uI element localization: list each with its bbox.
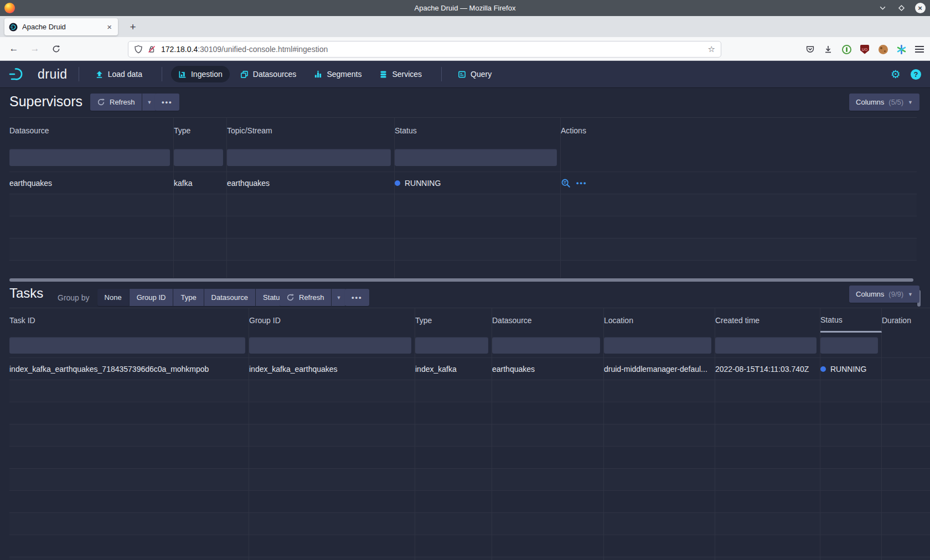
- nav-item-segments[interactable]: Segments: [307, 66, 369, 82]
- group-by-none-button[interactable]: None: [97, 289, 129, 306]
- query-console-icon: [458, 70, 466, 79]
- tasks-filter-datasource[interactable]: [492, 337, 600, 354]
- window-title: Apache Druid — Mozilla Firefox: [0, 4, 930, 12]
- header-group-id[interactable]: Group ID: [249, 308, 415, 333]
- forward-button: →: [27, 40, 43, 57]
- window-maximize-button[interactable]: [896, 3, 907, 14]
- cell-type: kafka: [174, 172, 227, 194]
- table-row: [9, 468, 930, 490]
- druid-navbar: druid Load data Ingestion Da: [0, 61, 930, 87]
- nav-separator: [79, 67, 79, 81]
- nav-item-label: Segments: [327, 70, 361, 79]
- tasks-filter-location[interactable]: [604, 337, 711, 354]
- header-datasource[interactable]: Datasource: [492, 308, 604, 333]
- table-row: [9, 557, 930, 560]
- url-host: 172.18.0.4: [161, 45, 198, 54]
- tasks-refresh-button[interactable]: Refresh: [280, 289, 331, 306]
- refresh-icon: [97, 98, 105, 106]
- supervisors-filter-topic-stream[interactable]: [227, 149, 391, 166]
- header-location[interactable]: Location: [604, 308, 715, 333]
- download-icon[interactable]: [823, 44, 833, 54]
- nav-separator: [162, 67, 162, 81]
- magnify-details-icon[interactable]: [561, 178, 571, 188]
- cell-location: druid-middlemanager-defaul...: [604, 358, 715, 380]
- group-by-type-button[interactable]: Type: [173, 289, 203, 306]
- nav-item-services[interactable]: Services: [372, 66, 429, 82]
- nav-item-label: Query: [471, 70, 492, 79]
- supervisor-row[interactable]: earthquakes kafka earthquakes RUNNING ••…: [9, 172, 917, 194]
- header-topic-stream[interactable]: Topic/Stream: [227, 118, 395, 143]
- nav-item-label: Services: [392, 70, 422, 79]
- browser-toolbar: ← → 172.18.0.4:30109/unified-console.htm…: [0, 37, 930, 61]
- tasks-filter-status[interactable]: [820, 337, 878, 354]
- header-task-id[interactable]: Task ID: [9, 308, 249, 333]
- header-created-time[interactable]: Created time: [715, 308, 820, 333]
- status-dot: [820, 366, 826, 372]
- table-row: [9, 216, 917, 238]
- cell-created-time: 2022-08-15T14:11:03.740Z: [715, 358, 820, 380]
- reload-button[interactable]: [48, 40, 64, 57]
- tasks-filter-type[interactable]: [415, 337, 488, 354]
- extension-icon-green[interactable]: [841, 44, 851, 54]
- window-close-button[interactable]: ×: [914, 3, 926, 14]
- gear-icon[interactable]: ⚙: [891, 69, 901, 80]
- cell-actions: •••: [561, 172, 917, 194]
- header-type[interactable]: Type: [415, 308, 492, 333]
- group-by-group-id-button[interactable]: Group ID: [130, 289, 173, 306]
- cell-status: RUNNING: [820, 358, 882, 380]
- supervisors-filter-datasource[interactable]: [9, 149, 170, 166]
- nav-item-load-data[interactable]: Load data: [88, 66, 149, 82]
- tasks-filter-group-id[interactable]: [249, 337, 411, 354]
- window-minimize-button[interactable]: [877, 3, 888, 14]
- header-status-sorted[interactable]: Status: [820, 308, 882, 333]
- lock-slash-icon: [147, 45, 156, 54]
- supervisors-columns-button[interactable]: Columns (5/5) ▼: [849, 94, 919, 111]
- pocket-icon[interactable]: [805, 44, 815, 54]
- tasks-filter-task-id[interactable]: [9, 337, 245, 354]
- header-type[interactable]: Type: [174, 118, 227, 143]
- tasks-columns-button[interactable]: Columns (9/9) ▼: [849, 286, 919, 303]
- header-datasource[interactable]: Datasource: [9, 118, 174, 143]
- header-duration[interactable]: Duration: [882, 308, 930, 333]
- back-button[interactable]: ←: [6, 40, 22, 57]
- tasks-more-button[interactable]: •••: [345, 289, 369, 306]
- nav-item-datasources[interactable]: Datasources: [233, 66, 304, 82]
- new-tab-button[interactable]: +: [125, 19, 141, 35]
- supervisors-filter-status[interactable]: [395, 149, 557, 166]
- header-status[interactable]: Status: [395, 118, 561, 143]
- ingestion-chart-icon: [178, 70, 187, 79]
- row-more-icon[interactable]: •••: [576, 179, 587, 187]
- supervisors-table-header: Datasource Type Topic/Stream Status Acti…: [9, 117, 917, 143]
- firefox-logo-icon: [4, 3, 15, 13]
- task-row[interactable]: index_kafka_earthquakes_7184357396d6c0a_…: [9, 357, 930, 380]
- diamond-icon: [898, 4, 905, 12]
- tasks-refresh-caret-button[interactable]: ▼: [332, 289, 347, 306]
- refresh-label: Refresh: [110, 98, 135, 106]
- supervisors-refresh-button[interactable]: Refresh: [90, 94, 142, 111]
- group-by-datasource-button[interactable]: Datasource: [204, 289, 255, 306]
- refresh-label: Refresh: [299, 293, 324, 302]
- nav-item-query[interactable]: Query: [451, 66, 499, 82]
- bookmark-star-icon[interactable]: ☆: [708, 44, 715, 54]
- cell-duration: [882, 358, 930, 380]
- url-path: :30109/unified-console.html#ingestion: [198, 45, 328, 54]
- supervisors-table: Datasource Type Topic/Stream Status Acti…: [9, 117, 917, 278]
- help-icon[interactable]: ?: [911, 69, 921, 80]
- browser-tab[interactable]: Apache Druid ×: [4, 18, 118, 35]
- supervisors-more-button[interactable]: •••: [155, 94, 179, 111]
- extension-icon-ublock[interactable]: UO: [860, 44, 870, 54]
- table-row: [9, 238, 917, 260]
- tasks-filter-created-time[interactable]: [715, 337, 817, 354]
- table-row: [9, 194, 917, 216]
- nav-item-label: Ingestion: [191, 70, 223, 79]
- extension-icon-asterisk[interactable]: [896, 44, 906, 54]
- url-bar[interactable]: 172.18.0.4:30109/unified-console.html#in…: [128, 41, 721, 58]
- table-row: [9, 424, 930, 446]
- extension-icon-cookie[interactable]: [878, 44, 888, 54]
- tab-close-button[interactable]: ×: [105, 22, 113, 32]
- tasks-header: Tasks Group by None Group ID Type Dataso…: [0, 281, 930, 308]
- nav-item-ingestion[interactable]: Ingestion: [171, 66, 230, 82]
- supervisors-filter-type[interactable]: [174, 149, 223, 166]
- nav-separator: [441, 67, 442, 81]
- menu-button[interactable]: [914, 44, 924, 54]
